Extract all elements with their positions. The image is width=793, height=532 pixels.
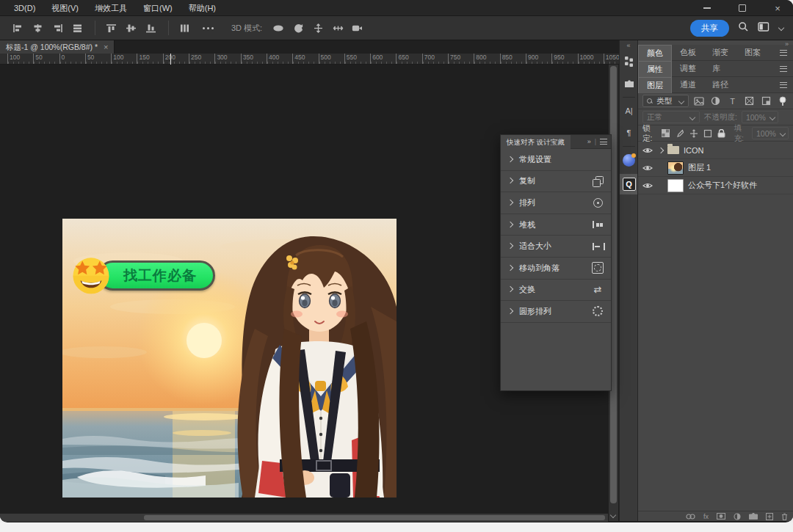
align-center-horizontal-icon[interactable]	[29, 19, 46, 37]
quick-align-item[interactable]: 移动到角落	[501, 258, 611, 280]
panel-tab[interactable]: 图层	[638, 77, 672, 93]
brushes-panel-icon[interactable]	[620, 52, 638, 71]
slide-3d-icon[interactable]	[329, 19, 347, 37]
lock-artboard-icon[interactable]	[703, 127, 712, 139]
drag-3d-icon[interactable]	[309, 19, 327, 37]
share-button[interactable]: 共享	[690, 20, 729, 37]
new-layer-icon[interactable]	[766, 513, 773, 520]
filter-shape-layers-icon[interactable]	[743, 95, 756, 107]
menu-item[interactable]: 帮助(H)	[181, 0, 224, 16]
horizontal-scrollbar-thumb[interactable]	[144, 515, 605, 520]
layer-thumbnail[interactable]	[667, 179, 684, 192]
quick-align-plugin-icon[interactable]: Q	[620, 174, 638, 194]
close-tab-icon[interactable]: ×	[104, 40, 108, 54]
align-right-icon[interactable]	[48, 19, 66, 37]
lock-transparency-icon[interactable]	[661, 127, 670, 139]
layer-mask-icon[interactable]	[717, 513, 725, 520]
fill-select[interactable]: 100%	[752, 127, 789, 139]
menu-item[interactable]: 增效工具	[87, 0, 135, 16]
workspace-switcher-icon[interactable]	[758, 21, 770, 34]
menu-item[interactable]: 窗口(W)	[135, 0, 181, 16]
lock-all-icon[interactable]	[717, 127, 726, 139]
quick-align-item[interactable]: 复制	[501, 171, 611, 193]
filter-type-layers-icon[interactable]: T	[726, 95, 739, 107]
dolly-camera-3d-icon[interactable]	[349, 19, 366, 37]
panel-tab[interactable]: 属性	[638, 61, 672, 77]
distribute-vertical-icon[interactable]	[175, 19, 193, 37]
layer-row[interactable]: 图层 1	[638, 159, 793, 177]
close-window-button[interactable]: ×	[770, 2, 786, 14]
quick-align-item[interactable]: 常规设置	[501, 149, 611, 171]
align-bottom-icon[interactable]	[142, 19, 159, 37]
panel-menu-icon[interactable]	[600, 139, 607, 145]
blend-mode-select[interactable]: 正常	[642, 111, 700, 123]
filter-adjustment-layers-icon[interactable]	[710, 95, 723, 107]
layer-thumbnail[interactable]	[667, 161, 684, 175]
document-tab[interactable]: 标题-1 @ 100%(RGB/8#) * ×	[0, 40, 115, 54]
filter-toggle-pin-icon[interactable]	[776, 95, 789, 107]
panel-menu-icon[interactable]	[780, 66, 787, 72]
roll-3d-icon[interactable]	[289, 19, 307, 37]
group-expander-icon[interactable]	[658, 147, 664, 153]
align-top-icon[interactable]	[102, 19, 120, 37]
character-panel-icon[interactable]: A|	[620, 101, 638, 120]
opacity-select[interactable]: 100%	[742, 111, 778, 123]
library-book-icon[interactable]	[620, 74, 638, 93]
lock-label: 锁定:	[642, 123, 656, 144]
align-left-icon[interactable]	[9, 19, 26, 37]
delete-layer-trash-icon[interactable]	[781, 513, 788, 520]
expand-dock-icon[interactable]: «	[620, 40, 637, 49]
panel-tab[interactable]: 调整	[672, 61, 704, 77]
quick-align-item[interactable]: 适合大小	[501, 236, 611, 258]
lock-pixels-brush-icon[interactable]	[675, 127, 684, 139]
quick-align-header[interactable]: 快速对齐 设计宝藏 » |	[501, 135, 611, 149]
layer-effects-fx-icon[interactable]: fx	[703, 513, 709, 520]
horizontal-scrollbar[interactable]	[0, 514, 608, 522]
adjustment-layer-icon[interactable]	[734, 513, 741, 520]
panel-tab[interactable]: 颜色	[638, 45, 672, 61]
paragraph-panel-icon[interactable]: ¶	[620, 123, 638, 142]
chevron-down-icon[interactable]	[778, 25, 784, 31]
panel-menu-icon[interactable]	[780, 50, 787, 56]
panel-menu-icon[interactable]	[780, 82, 787, 88]
layer-row[interactable]: 公众号下1个好软件	[638, 177, 793, 194]
layer-filter-select[interactable]: 类型	[642, 95, 689, 107]
quick-align-item[interactable]: 堆栈	[501, 214, 611, 236]
new-group-folder-icon[interactable]	[749, 513, 758, 520]
link-layers-icon[interactable]	[686, 514, 695, 520]
minimize-button[interactable]	[699, 2, 715, 14]
panel-tab[interactable]: 库	[704, 61, 728, 77]
ruler-label: 300	[214, 54, 240, 64]
visibility-eye-icon[interactable]	[641, 182, 654, 189]
visibility-eye-icon[interactable]	[641, 147, 654, 154]
3d-mode-label: 3D 模式:	[231, 23, 262, 34]
distribute-horizontal-icon[interactable]	[68, 19, 86, 37]
menu-item[interactable]: 视图(V)	[43, 0, 87, 16]
panel-tab[interactable]: 图案	[736, 45, 769, 61]
quick-align-item[interactable]: 圆形排列	[501, 301, 611, 323]
lock-position-icon[interactable]	[689, 127, 698, 139]
filter-image-layers-icon[interactable]	[693, 95, 706, 107]
layer-thumbnail[interactable]	[667, 146, 679, 154]
search-icon[interactable]	[738, 21, 749, 35]
creative-cloud-sphere-icon[interactable]	[620, 150, 638, 170]
quick-align-item-label: 圆形排列	[519, 306, 551, 317]
more-options-icon[interactable]	[203, 27, 214, 29]
quick-align-item[interactable]: 排列	[501, 192, 611, 214]
layer-row[interactable]: ICON	[638, 142, 793, 159]
align-middle-vertical-icon[interactable]	[122, 19, 140, 37]
filter-smart-object-icon[interactable]	[760, 95, 772, 107]
menu-item[interactable]: 3D(D)	[6, 0, 43, 16]
panel-tab[interactable]: 渐变	[704, 45, 736, 61]
panel-tab[interactable]: 通道	[672, 77, 704, 93]
collapse-dock-icon[interactable]: »	[785, 40, 789, 48]
restore-button[interactable]	[734, 2, 750, 14]
quick-align-item[interactable]: 交换 ⇄	[501, 280, 611, 302]
panel-tab[interactable]: 路径	[704, 77, 736, 93]
scrollbar-down-arrow-icon[interactable]	[611, 513, 616, 518]
collapse-panel-icon[interactable]: »	[587, 138, 591, 145]
visibility-eye-icon[interactable]	[641, 164, 654, 172]
orbit-3d-icon[interactable]	[269, 19, 287, 37]
document-artwork[interactable]: 找工作必备	[62, 219, 396, 498]
panel-tab[interactable]: 色板	[672, 45, 704, 61]
